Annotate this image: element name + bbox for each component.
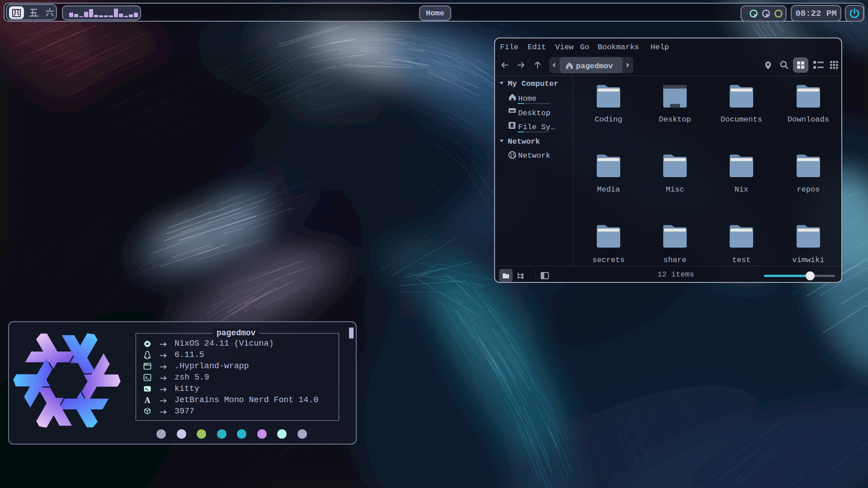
svg-text:A: A <box>145 396 151 404</box>
svg-text:My Computer: My Computer <box>508 80 558 88</box>
svg-text:Network: Network <box>518 151 550 160</box>
svg-text:Desktop: Desktop <box>518 109 550 117</box>
svg-text:File Sy…: File Sy… <box>518 123 555 131</box>
svg-text:Network: Network <box>508 137 540 146</box>
svg-text:pagedmov: pagedmov <box>576 62 613 70</box>
svg-text:Home: Home <box>518 94 537 103</box>
